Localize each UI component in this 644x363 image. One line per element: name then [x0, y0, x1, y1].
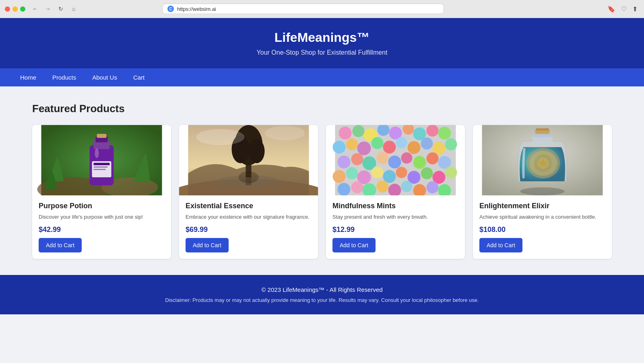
svg-point-50: [427, 152, 439, 164]
product-name-purpose-potion: Purpose Potion: [39, 202, 165, 210]
product-card-purpose-potion: Purpose Potion Discover your life's purp…: [32, 125, 171, 259]
refresh-button[interactable]: ↻: [55, 3, 66, 14]
favorites-button[interactable]: ♡: [619, 4, 628, 14]
svg-point-35: [357, 142, 371, 155]
toolbar-right: 🔖 ♡ ⬆: [606, 4, 639, 14]
product-card-mindfulness-mints: Mindfulness Mints Stay present and fresh…: [326, 125, 465, 259]
svg-point-31: [427, 125, 439, 137]
svg-point-52: [333, 170, 346, 183]
main-content: Featured Products: [0, 86, 644, 275]
site-footer: © 2023 LifeMeanings™ - All Rights Reserv…: [0, 275, 644, 314]
product-price-enlightenment-elixir: $108.00: [479, 226, 605, 234]
svg-point-48: [401, 152, 413, 164]
svg-point-53: [346, 167, 358, 179]
product-price-existential-essence: $69.99: [186, 226, 312, 234]
product-desc-existential-essence: Embrace your existence with our signatur…: [186, 213, 312, 221]
nav-item-home[interactable]: Home: [12, 68, 44, 86]
svg-point-55: [372, 166, 384, 178]
product-image-enlightenment-elixir: [473, 125, 612, 195]
nav-item-about[interactable]: About Us: [84, 68, 125, 86]
product-image-existential-essence: [179, 125, 318, 195]
browser-nav-buttons: ← → ↻ ⌂: [29, 3, 79, 14]
product-desc-enlightenment-elixir: Achieve spiritual awakening in a conveni…: [479, 213, 605, 221]
bookmark-button[interactable]: 🔖: [606, 4, 617, 14]
add-to-cart-enlightenment-elixir[interactable]: Add to Cart: [479, 238, 522, 252]
product-info-enlightenment-elixir: Enlightenment Elixir Achieve spiritual a…: [473, 195, 612, 259]
svg-point-34: [346, 138, 358, 150]
svg-point-32: [438, 127, 451, 139]
site-tagline: Your One-Stop Shop for Existential Fulfi…: [8, 49, 636, 56]
svg-point-67: [401, 181, 413, 192]
site-nav: Home Products About Us Cart: [0, 68, 644, 86]
minimize-button[interactable]: [12, 6, 18, 12]
share-button[interactable]: ⬆: [631, 4, 639, 14]
svg-rect-9: [94, 166, 108, 168]
site-header: LifeMeanings™ Your One-Stop Shop for Exi…: [0, 18, 644, 68]
svg-point-65: [377, 180, 389, 193]
svg-point-18: [249, 139, 265, 163]
product-name-mindfulness-mints: Mindfulness Mints: [332, 202, 458, 210]
svg-point-40: [421, 137, 433, 150]
browser-chrome: ← → ↻ ⌂ C https://websim.ai 🔖 ♡ ⬆: [0, 0, 644, 18]
svg-point-44: [351, 153, 363, 165]
svg-point-59: [421, 167, 433, 179]
site-title: LifeMeanings™: [8, 30, 636, 45]
svg-point-33: [333, 141, 346, 154]
close-button[interactable]: [5, 6, 10, 12]
svg-point-38: [396, 137, 407, 148]
product-desc-mindfulness-mints: Stay present and fresh with every breath…: [332, 213, 458, 221]
svg-point-46: [377, 152, 389, 164]
svg-point-61: [445, 166, 457, 178]
product-info-purpose-potion: Purpose Potion Discover your life's purp…: [32, 195, 171, 259]
product-price-mindfulness-mints: $12.99: [332, 226, 458, 234]
product-name-enlightenment-elixir: Enlightenment Elixir: [479, 202, 605, 210]
svg-point-49: [413, 156, 426, 169]
product-image-mindfulness-mints: [326, 125, 465, 195]
home-nav-button[interactable]: ⌂: [68, 3, 79, 14]
svg-rect-76: [536, 128, 549, 131]
product-info-existential-essence: Existential Essence Embrace your existen…: [179, 195, 318, 259]
svg-rect-8: [94, 163, 110, 165]
maximize-button[interactable]: [20, 6, 25, 12]
favicon: C: [167, 6, 174, 12]
product-name-existential-essence: Existential Essence: [186, 202, 312, 210]
add-to-cart-existential-essence[interactable]: Add to Cart: [186, 238, 229, 252]
svg-point-63: [351, 181, 363, 193]
svg-point-42: [445, 138, 457, 150]
svg-point-11: [95, 148, 99, 158]
nav-item-products[interactable]: Products: [44, 68, 84, 86]
product-grid: Purpose Potion Discover your life's purp…: [32, 125, 612, 259]
product-desc-purpose-potion: Discover your life's purpose with just o…: [39, 213, 165, 221]
footer-disclaimer: Disclaimer: Products may or may not actu…: [161, 297, 483, 303]
address-bar[interactable]: C https://websim.ai: [162, 4, 444, 14]
svg-point-21: [196, 129, 245, 145]
svg-point-24: [339, 127, 352, 139]
svg-point-39: [408, 141, 421, 154]
svg-point-69: [427, 181, 439, 193]
svg-point-47: [388, 156, 401, 168]
add-to-cart-purpose-potion[interactable]: Add to Cart: [39, 238, 82, 252]
svg-point-22: [265, 126, 305, 140]
add-to-cart-mindfulness-mints[interactable]: Add to Cart: [332, 238, 376, 252]
forward-button[interactable]: →: [42, 3, 54, 14]
product-price-purpose-potion: $42.99: [39, 226, 165, 234]
product-card-existential-essence: Existential Essence Embrace your existen…: [179, 125, 318, 259]
svg-point-62: [338, 183, 351, 195]
svg-rect-6: [97, 134, 107, 138]
footer-copyright: © 2023 LifeMeanings™ - All Rights Reserv…: [8, 286, 636, 293]
svg-rect-10: [94, 169, 106, 170]
svg-point-37: [383, 141, 396, 154]
traffic-lights: [5, 6, 25, 12]
back-button[interactable]: ←: [29, 3, 41, 14]
svg-point-36: [372, 137, 384, 149]
section-title: Featured Products: [32, 103, 612, 115]
svg-point-43: [338, 156, 351, 168]
nav-item-cart[interactable]: Cart: [125, 68, 153, 86]
svg-point-25: [353, 125, 365, 137]
product-image-purpose-potion: [32, 125, 171, 195]
product-card-enlightenment-elixir: Enlightenment Elixir Achieve spiritual a…: [473, 125, 612, 259]
url-text: https://websim.ai: [177, 6, 216, 12]
svg-point-57: [396, 167, 407, 178]
svg-point-20: [239, 171, 259, 183]
website: LifeMeanings™ Your One-Stop Shop for Exi…: [0, 18, 644, 314]
